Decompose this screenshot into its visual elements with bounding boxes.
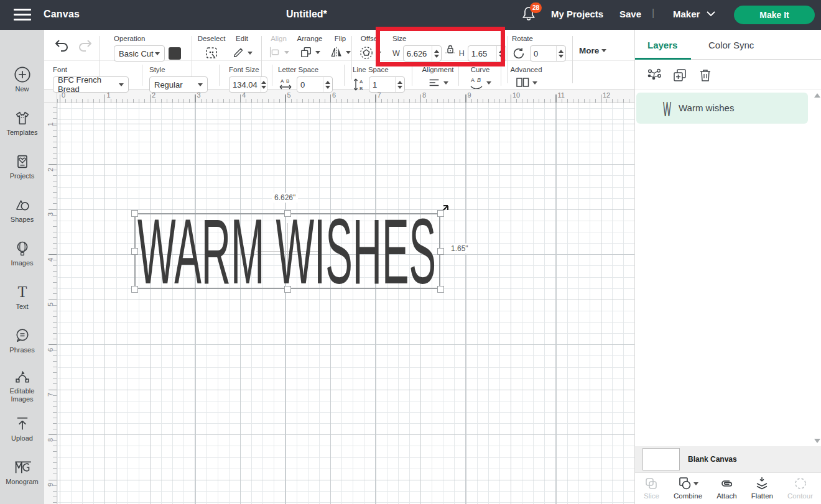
text-icon: T — [14, 283, 31, 301]
sidebar-item-shapes[interactable]: Shapes — [0, 196, 44, 224]
resize-handle-ne[interactable] — [437, 210, 444, 217]
notifications-button[interactable]: 28 — [521, 5, 542, 26]
height-field[interactable]: 1.65 — [468, 45, 506, 62]
resize-handle-sw[interactable] — [131, 286, 138, 293]
scroll-down-icon[interactable] — [814, 439, 820, 443]
layer-list: W Warm wishes — [635, 90, 821, 446]
advanced-button[interactable]: Advanced — [509, 66, 544, 89]
selection-bounding-box[interactable]: WARM WISHES — [134, 213, 440, 289]
slice-icon — [644, 476, 659, 491]
resize-handle-nw[interactable] — [131, 210, 138, 217]
sidebar-item-projects[interactable]: Projects — [0, 153, 44, 180]
document-title[interactable]: Untitled* — [286, 9, 327, 20]
operation-select[interactable]: Basic Cut — [114, 45, 165, 62]
sidebar-item-editable-images[interactable]: Editable Images — [0, 368, 44, 403]
font-select[interactable]: BFC French Bread — [53, 76, 129, 93]
svg-text:B: B — [359, 86, 363, 91]
ruler-number: 3 — [47, 208, 54, 221]
tab-color-sync[interactable]: Color Sync — [708, 40, 754, 50]
combine-button[interactable]: Combine — [674, 475, 702, 504]
operation-color-swatch[interactable] — [169, 47, 181, 60]
group-button[interactable] — [646, 67, 662, 86]
layer-item-warm-wishes[interactable]: W Warm wishes — [636, 93, 808, 124]
advanced-icon — [515, 76, 530, 89]
sidebar-item-templates[interactable]: Templates — [0, 109, 44, 137]
delete-button[interactable] — [697, 67, 713, 86]
tab-layers[interactable]: Layers — [647, 40, 677, 50]
curve-button[interactable]: Curve AB — [465, 66, 495, 89]
deselect-button[interactable]: Deselect — [195, 35, 228, 60]
undo-button[interactable] — [54, 39, 70, 55]
letter-space-field[interactable]: 0 — [297, 76, 333, 93]
layer-actions-bar: Slice Combine Attach Flatten Contour — [635, 472, 821, 504]
line-space-stepper[interactable] — [395, 77, 404, 92]
balloon-icon — [14, 240, 31, 257]
sidebar-item-monogram[interactable]: Monogram — [0, 459, 44, 486]
hamburger-menu-icon[interactable] — [14, 9, 31, 21]
rotate-stepper[interactable] — [556, 46, 565, 61]
size-label: Size — [392, 35, 506, 42]
rotate-label: Rotate — [512, 35, 566, 42]
svg-text:A: A — [471, 77, 475, 83]
selection-height-value: 1.65" — [448, 244, 471, 254]
horizontal-ruler: 0123456789101112 — [57, 90, 634, 103]
font-size-stepper[interactable] — [261, 77, 267, 92]
sidebar-item-new[interactable]: New — [0, 66, 44, 93]
contour-button: Contour — [787, 475, 813, 504]
ruler-number: 5 — [47, 298, 54, 311]
ruler-number: 8 — [422, 91, 426, 99]
resize-handle-n[interactable] — [284, 210, 291, 217]
arrange-button[interactable]: Arrange — [294, 35, 326, 59]
letter-space-icon: AB — [278, 78, 293, 91]
resize-handle-s[interactable] — [284, 286, 291, 293]
rotate-icon[interactable] — [512, 47, 526, 60]
redo-button[interactable] — [77, 39, 93, 55]
letter-space-label: Letter Space — [278, 66, 333, 73]
sidebar-item-phrases[interactable]: Phrases — [0, 327, 44, 354]
save-link[interactable]: Save — [619, 9, 641, 19]
lock-icon[interactable] — [445, 43, 456, 58]
canvas-grid[interactable] — [57, 103, 634, 504]
chevron-down-icon[interactable] — [707, 11, 715, 17]
left-sidebar: New Templates Projects Shapes Images T T… — [0, 30, 44, 504]
chevron-down-icon — [486, 81, 491, 85]
edit-button[interactable]: Edit — [228, 35, 256, 60]
make-it-button[interactable]: Make It — [734, 6, 815, 24]
alignment-button[interactable]: Alignment — [420, 66, 456, 89]
flip-icon — [330, 45, 343, 59]
arrange-icon — [299, 45, 313, 59]
width-field[interactable]: 6.626 — [403, 45, 442, 62]
font-size-field[interactable]: 134.04 — [229, 76, 267, 93]
rotate-field[interactable]: 0 — [530, 45, 566, 62]
ruler-number: 9 — [468, 91, 471, 99]
more-button[interactable]: More — [579, 46, 606, 55]
height-stepper[interactable] — [496, 46, 506, 61]
scroll-up-icon[interactable] — [814, 93, 820, 98]
layers-panel: Layers Color Sync W Warm wishes Blank Ca… — [634, 30, 821, 504]
resize-handle-e[interactable] — [437, 248, 444, 255]
width-label: W — [392, 49, 400, 58]
blank-canvas-swatch[interactable] — [642, 448, 680, 470]
line-space-field[interactable]: 1 — [369, 76, 405, 93]
sidebar-item-images[interactable]: Images — [0, 240, 44, 267]
sidebar-item-upload[interactable]: Upload — [0, 415, 44, 442]
ruler-number: 2 — [47, 163, 54, 176]
flatten-button[interactable]: Flatten — [751, 475, 773, 504]
chevron-down-icon — [119, 83, 124, 86]
width-stepper[interactable] — [432, 46, 441, 61]
warm-wishes-text-object[interactable]: WARM WISHES — [136, 214, 439, 288]
letter-space-stepper[interactable] — [323, 77, 332, 92]
flip-button[interactable]: Flip — [328, 35, 353, 59]
style-select[interactable]: Regular — [149, 76, 208, 93]
attach-button[interactable]: Attach — [717, 475, 737, 504]
resize-handle-w[interactable] — [131, 248, 138, 255]
sidebar-item-text[interactable]: T Text — [0, 283, 44, 311]
phrases-icon — [14, 327, 31, 344]
layer-list-scrollbar[interactable] — [813, 92, 820, 444]
duplicate-button[interactable] — [672, 67, 688, 86]
offset-button[interactable]: Offset — [356, 35, 384, 60]
height-label: H — [459, 49, 465, 58]
resize-handle-se[interactable] — [437, 286, 444, 293]
machine-select[interactable]: Maker — [673, 9, 700, 19]
my-projects-link[interactable]: My Projects — [551, 9, 603, 19]
